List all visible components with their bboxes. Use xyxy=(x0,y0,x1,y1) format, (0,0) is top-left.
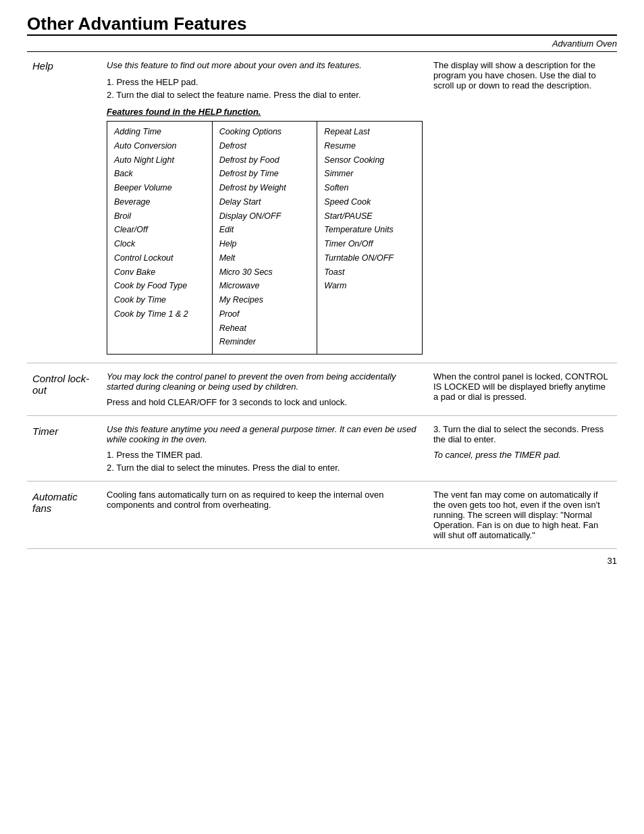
timer-left: Use this feature anytime you need a gene… xyxy=(101,416,428,481)
list-item: Delay Start xyxy=(219,196,311,209)
header-divider xyxy=(27,34,617,36)
page-header: Other Advantium Features xyxy=(27,14,617,34)
automatic-fans-left: Cooling fans automatically turn on as re… xyxy=(101,481,428,549)
list-item: Defrost by Time xyxy=(219,167,311,180)
list-item: Micro 30 Secs xyxy=(219,266,311,279)
timer-right: 3. Turn the dial to select the seconds. … xyxy=(428,416,617,481)
list-item: Clear/Off xyxy=(114,224,205,236)
features-heading: Features found in the HELP function. xyxy=(107,107,423,117)
list-item: Repeat Last xyxy=(324,126,415,138)
list-item: Broil xyxy=(114,210,205,223)
timer-step1: 1. Press the TIMER pad. xyxy=(107,450,423,460)
list-item: Display ON/OFF xyxy=(219,210,311,223)
control-lockout-text2: Press and hold CLEAR/OFF for 3 seconds t… xyxy=(107,397,423,407)
help-step1: 1. Press the HELP pad. xyxy=(107,77,423,87)
timer-step2: 2. Turn the dial to select the minutes. … xyxy=(107,463,423,473)
list-item: Reminder xyxy=(219,336,311,348)
control-lockout-label: Control lock-out xyxy=(27,363,101,416)
list-item: Auto Night Light xyxy=(114,154,205,167)
list-item: Back xyxy=(114,167,205,180)
page-title: Other Advantium Features xyxy=(27,14,617,34)
features-col2: Cooking Options Defrost Defrost by Food … xyxy=(213,122,318,354)
help-label: Help xyxy=(27,52,101,363)
list-item: Reheat xyxy=(219,322,311,335)
list-item: Beverage xyxy=(114,196,205,209)
list-item: Start/PAUSE xyxy=(324,210,415,223)
timer-section-row: Timer Use this feature anytime you need … xyxy=(27,416,617,481)
list-item: Adding Time xyxy=(114,126,205,138)
list-item: Conv Bake xyxy=(114,266,205,279)
help-step2: 2. Turn the dial to select the feature n… xyxy=(107,90,423,100)
control-lockout-left: You may lock the control panel to preven… xyxy=(101,363,428,416)
timer-step3: 3. Turn the dial to select the seconds. … xyxy=(433,424,612,444)
control-lockout-section-row: Control lock-out You may lock the contro… xyxy=(27,363,617,416)
list-item: Melt xyxy=(219,252,311,265)
page-number: 31 xyxy=(27,549,617,566)
list-item: Cooking Options xyxy=(219,126,311,138)
list-item: Edit xyxy=(219,224,311,236)
help-right-description: The display will show a description for … xyxy=(428,52,617,363)
list-item: Timer On/Off xyxy=(324,238,415,251)
subtitle: Advantium Oven xyxy=(27,37,617,51)
list-item: Warm xyxy=(324,280,415,292)
list-item: Soften xyxy=(324,182,415,194)
list-item: My Recipes xyxy=(219,294,311,307)
automatic-fans-right: The vent fan may come on automatically i… xyxy=(428,481,617,549)
list-item: Temperature Units xyxy=(324,224,415,236)
list-item: Cook by Time 1 & 2 xyxy=(114,308,205,321)
features-col1: Adding Time Auto Conversion Auto Night L… xyxy=(107,122,213,354)
timer-intro: Use this feature anytime you need a gene… xyxy=(107,424,423,444)
list-item: Turntable ON/OFF xyxy=(324,252,415,265)
timer-cancel: To cancel, press the TIMER pad. xyxy=(433,450,612,460)
main-content-table: Help Use this feature to find out more a… xyxy=(27,52,617,549)
list-item: Help xyxy=(219,238,311,251)
automatic-fans-label: Automatic fans xyxy=(27,481,101,549)
control-lockout-text1: You may lock the control panel to preven… xyxy=(107,371,423,392)
features-table: Adding Time Auto Conversion Auto Night L… xyxy=(107,121,423,355)
automatic-fans-section-row: Automatic fans Cooling fans automaticall… xyxy=(27,481,617,549)
list-item: Defrost by Weight xyxy=(219,182,311,194)
list-item: Cook by Time xyxy=(114,294,205,307)
list-item: Control Lockout xyxy=(114,252,205,265)
help-intro: Use this feature to find out more about … xyxy=(107,60,423,70)
list-item: Defrost by Food xyxy=(219,154,311,167)
list-item: Speed Cook xyxy=(324,196,415,209)
list-item: Simmer xyxy=(324,167,415,180)
list-item: Cook by Food Type xyxy=(114,280,205,292)
list-item: Sensor Cooking xyxy=(324,154,415,167)
list-item: Beeper Volume xyxy=(114,182,205,194)
list-item: Microwave xyxy=(219,280,311,292)
help-steps: 1. Press the HELP pad. 2. Turn the dial … xyxy=(107,77,423,100)
timer-label: Timer xyxy=(27,416,101,481)
list-item: Proof xyxy=(219,308,311,321)
list-item: Toast xyxy=(324,266,415,279)
list-item: Clock xyxy=(114,238,205,251)
help-section-row: Help Use this feature to find out more a… xyxy=(27,52,617,363)
features-col3: Repeat Last Resume Sensor Cooking Simmer… xyxy=(317,122,422,354)
list-item: Auto Conversion xyxy=(114,140,205,153)
control-lockout-right: When the control panel is locked, CONTRO… xyxy=(428,363,617,416)
help-content: Use this feature to find out more about … xyxy=(107,60,423,355)
list-item: Defrost xyxy=(219,140,311,153)
list-item: Resume xyxy=(324,140,415,153)
